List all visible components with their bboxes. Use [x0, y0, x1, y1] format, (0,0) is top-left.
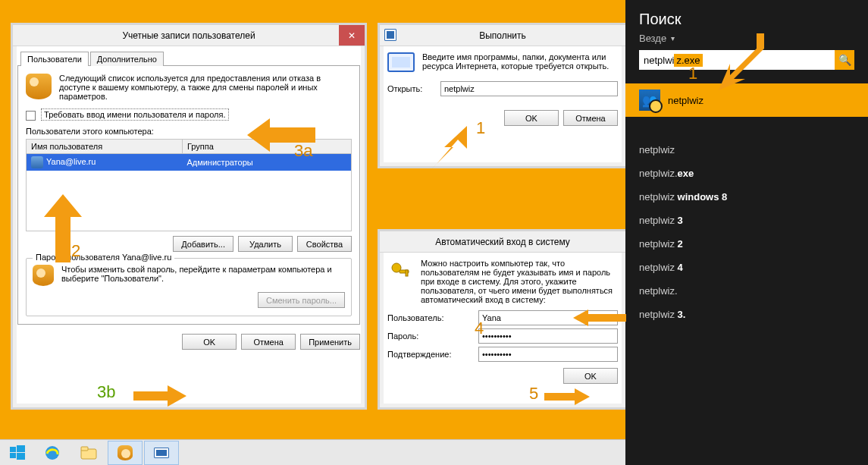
ok-button[interactable]: OK [563, 368, 618, 384]
taskbar-run[interactable] [144, 441, 179, 465]
window-title: Учетные записи пользователей [122, 30, 255, 41]
window-title: Автоматический вход в систему [435, 237, 570, 247]
search-scope-dropdown[interactable]: Везде ▾ [639, 33, 854, 44]
search-suggestion[interactable]: netplwiz.exe [639, 168, 854, 179]
confirm-label: Подтверждение: [387, 350, 471, 359]
svg-rect-12 [10, 453, 16, 458]
svg-rect-10 [10, 447, 16, 452]
user-icon [31, 156, 43, 168]
taskbar-ie[interactable] [35, 441, 70, 465]
auto-help-text: Можно настроить компьютер так, что польз… [421, 259, 618, 304]
user-label: Пользователь: [387, 313, 471, 322]
taskbar-explorer[interactable] [71, 441, 106, 465]
run-dialog: Выполнить Введите имя программы, папки, … [378, 23, 628, 168]
change-password-button[interactable]: Сменить пароль... [258, 292, 345, 308]
search-button[interactable]: 🔍 [835, 50, 854, 70]
password-input[interactable] [478, 328, 618, 344]
properties-button[interactable]: Свойства [297, 236, 352, 252]
password-label: Пароль: [387, 331, 471, 341]
cancel-button[interactable]: Отмена [563, 110, 618, 126]
search-suggestion[interactable]: netplwiz windows 8 [639, 191, 854, 203]
open-input[interactable] [440, 81, 618, 96]
require-password-label[interactable]: Требовать ввод имени пользователя и паро… [41, 108, 228, 121]
remove-button[interactable]: Удалить [238, 236, 293, 252]
taskbar [0, 439, 625, 465]
run-help-text: Введите имя программы, папки, документа … [422, 52, 618, 72]
svg-rect-2 [406, 270, 408, 276]
intro-text: Следующий список используется для предос… [59, 74, 352, 101]
search-suggestion[interactable]: netplwiz 4 [639, 262, 854, 273]
search-suggestion[interactable]: netplwiz. [639, 285, 854, 297]
titlebar[interactable]: Автоматический вход в систему [380, 231, 625, 253]
tab-users[interactable]: Пользователи [20, 52, 89, 66]
add-button[interactable]: Добавить... [173, 236, 233, 252]
search-suggestion[interactable]: netplwiz 3. [639, 309, 854, 320]
svg-rect-11 [17, 445, 25, 452]
table-row[interactable]: Yana@live.ru Администраторы [27, 153, 352, 171]
key-icon [33, 265, 54, 286]
search-input[interactable]: netplwiz.exe [639, 50, 835, 70]
ok-button[interactable]: OK [504, 110, 559, 126]
password-group-title: Пароль пользователя Yana@live.ru [33, 253, 174, 262]
netplwiz-icon: 👥 [639, 90, 660, 111]
key-icon [387, 259, 413, 284]
users-list-label: Пользователи этого компьютера: [26, 127, 352, 136]
password-help-text: Чтобы изменить свой пароль, перейдите к … [61, 265, 345, 286]
taskbar-netplwiz[interactable] [108, 441, 143, 465]
ok-button[interactable]: OK [182, 334, 237, 350]
col-username[interactable]: Имя пользователя [27, 139, 183, 153]
run-large-icon [387, 52, 415, 72]
window-title: Выполнить [479, 30, 526, 41]
user-input[interactable] [478, 310, 618, 325]
apply-button[interactable]: Применить [300, 334, 360, 350]
open-label: Открыть: [387, 84, 433, 93]
svg-rect-16 [81, 447, 88, 451]
cancel-button[interactable]: Отмена [241, 334, 296, 350]
search-suggestion[interactable]: netplwiz 3 [639, 215, 854, 226]
close-button[interactable]: ✕ [339, 25, 365, 46]
run-icon [384, 29, 396, 41]
confirm-input[interactable] [478, 347, 618, 362]
svg-rect-13 [17, 453, 25, 460]
user-accounts-window: Учетные записи пользователей ✕ Пользоват… [11, 23, 367, 410]
start-button[interactable] [2, 441, 33, 465]
top-hit[interactable]: 👥 netplwiz [625, 83, 868, 117]
search-suggestion[interactable]: netplwiz 2 [639, 238, 854, 250]
search-suggestion[interactable]: netplwiz [639, 144, 854, 156]
search-title: Поиск [639, 11, 854, 28]
titlebar[interactable]: Выполнить [380, 25, 625, 46]
col-group[interactable]: Группа [182, 139, 351, 153]
users-icon [26, 74, 52, 99]
require-password-checkbox[interactable] [26, 111, 36, 121]
search-icon: 🔍 [838, 54, 851, 66]
search-charm: Поиск Везде ▾ netplwiz.exe 🔍 👥 netplwiz … [625, 0, 868, 465]
titlebar[interactable]: Учетные записи пользователей ✕ [13, 25, 365, 46]
tab-advanced[interactable]: Дополнительно [90, 52, 164, 66]
chevron-down-icon: ▾ [671, 34, 675, 42]
auto-logon-dialog: Автоматический вход в систему Можно наст… [378, 229, 628, 410]
